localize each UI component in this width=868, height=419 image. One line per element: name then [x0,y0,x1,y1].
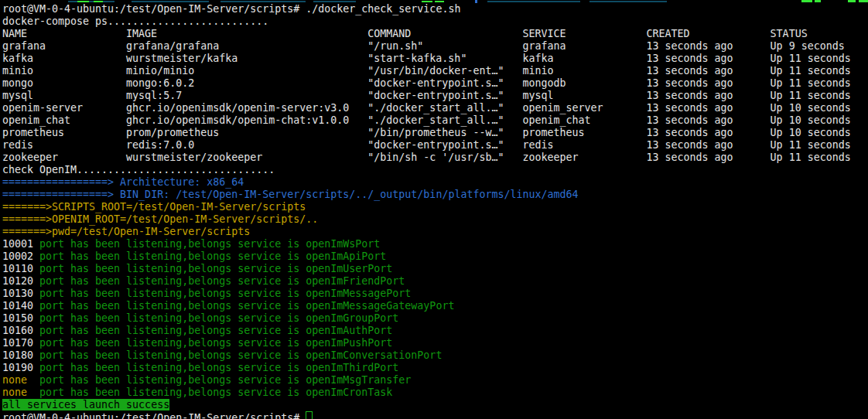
port-message: port has been listening,belongs service … [39,288,299,299]
terminal-cursor [306,411,313,419]
port-number: none [2,387,39,399]
container-created: 13 seconds ago [647,90,771,102]
terminal-screen[interactable]: root@VM-0-4-ubuntu:/test/Open-IM-Server/… [0,0,868,419]
container-created: 13 seconds ago [647,40,771,53]
port-check-line: 10130port has been listening,belongs ser… [2,288,868,300]
port-number: 10001 [2,238,39,250]
container-service: mongodb [522,77,646,90]
port-message: port has been listening,belongs service … [39,325,299,336]
port-number: 10130 [2,288,39,300]
port-check-line: 10110port has been listening,belongs ser… [2,263,868,275]
port-service-name: openImMessageGatewayPort [306,300,454,312]
table-row: miniominio/minio"/usr/bin/docker-ent…"mi… [2,65,868,77]
container-name: grafana [2,40,126,53]
container-status: Up 11 seconds [771,77,851,90]
port-check-line: 10180port has been listening,belongs ser… [2,349,868,362]
container-command: "/run.sh" [367,40,522,53]
container-name: kafka [2,53,126,65]
port-service-name: openImMessagePort [306,288,411,299]
header-status: STATUS [771,28,808,40]
port-check-line: 10160port has been listening,belongs ser… [2,325,868,337]
bindir-info-line: =================> BIN_DIR: /test/Open-I… [2,189,868,201]
table-row: prometheusprom/prometheus"/bin/prometheu… [2,127,868,139]
port-check-line: noneport has been listening,belongs serv… [2,387,868,399]
port-number: none [2,374,39,387]
shell-prompt: root@VM-0-4-ubuntu:/test/Open-IM-Server/… [2,412,299,419]
port-service-name: openImGroupPort [306,312,398,324]
container-service: openim_server [522,102,646,114]
executed-command: ./docker_check_service.sh [306,3,460,15]
container-image: ghcr.io/openimsdk/openim-chat:v1.0.0 [126,114,367,127]
port-service-name: openImConversationPort [306,349,442,361]
table-row: openim-serverghcr.io/openimsdk/openim-se… [2,102,868,114]
success-line: all services launch success [2,399,868,411]
header-name: NAME [2,28,126,40]
container-name: minio [2,65,126,77]
container-command: "/usr/bin/docker-ent…" [367,65,522,77]
port-service-name: openImFriendPort [306,275,405,287]
pwd-env-line: =======>pwd=/test/Open-IM-Server/scripts [2,226,868,238]
container-status: Up 11 seconds [771,65,851,77]
container-image: grafana/grafana [126,40,367,53]
port-message: port has been listening,belongs service … [39,312,299,324]
port-service-name: openImApiPort [306,250,386,262]
container-service: prometheus [522,127,646,139]
container-image: redis:7.0.0 [126,139,367,152]
header-service: SERVICE [522,28,646,40]
container-command: "/bin/sh -c '/usr/sb…" [367,152,522,164]
container-created: 13 seconds ago [647,152,771,164]
container-image: wurstmeister/zookeeper [126,152,367,164]
port-check-line: 10140port has been listening,belongs ser… [2,300,868,312]
port-service-name: openImMsgTransfer [306,374,411,386]
table-row: openim_chatghcr.io/openimsdk/openim-chat… [2,114,868,127]
port-message: port has been listening,belongs service … [39,300,299,312]
port-message: port has been listening,belongs service … [39,250,299,262]
container-command: "start-kafka.sh" [367,53,522,65]
container-service: mysql [522,90,646,102]
table-row: zookeeperwurstmeister/zookeeper"/bin/sh … [2,152,868,164]
port-check-line: 10190port has been listening,belongs ser… [2,362,868,374]
openim-root-env-line: =======>OPENIM_ROOT=/test/Open-IM-Server… [2,213,868,226]
port-number: 10180 [2,349,39,362]
container-image: ghcr.io/openimsdk/openim-server:v3.0 [126,102,367,114]
container-created: 13 seconds ago [647,139,771,152]
port-check-line: 10170port has been listening,belongs ser… [2,337,868,349]
container-name: zookeeper [2,152,126,164]
table-header-row: NAMEIMAGECOMMANDSERVICECREATEDSTATUS [2,28,868,40]
container-image: mysql:5.7 [126,90,367,102]
port-number: 10120 [2,275,39,288]
container-status: Up 9 seconds [771,40,845,53]
port-message: port has been listening,belongs service … [39,275,299,287]
scripts-root-env-line: =======>SCRIPTS_ROOT=/test/Open-IM-Serve… [2,201,868,213]
port-check-line: 10120port has been listening,belongs ser… [2,275,868,288]
shell-prompt: root@VM-0-4-ubuntu:/test/Open-IM-Server/… [2,3,299,15]
port-number: 10190 [2,362,39,374]
port-message: port has been listening,belongs service … [39,387,299,398]
container-status: Up 11 seconds [771,53,851,65]
port-number: 10110 [2,263,39,275]
container-created: 13 seconds ago [647,127,771,139]
container-name: prometheus [2,127,126,139]
container-name: openim_chat [2,114,126,127]
port-check-line: 10001port has been listening,belongs ser… [2,238,868,250]
docker-compose-status-line: docker-compose ps.......................… [2,15,868,28]
port-service-name: openImThirdPort [306,362,398,373]
container-name: mysql [2,90,126,102]
container-name: openim-server [2,102,126,114]
check-openim-line: check OpenIM............................… [2,164,868,176]
success-message: all services launch success [2,399,169,410]
container-created: 13 seconds ago [647,65,771,77]
port-check-line: 10150port has been listening,belongs ser… [2,312,868,325]
container-status: Up 11 seconds [771,152,851,164]
container-image: prom/prometheus [126,127,367,139]
port-message: port has been listening,belongs service … [39,349,299,361]
table-row: mysqlmysql:5.7"docker-entrypoint.s…"mysq… [2,90,868,102]
container-created: 13 seconds ago [647,53,771,65]
scrollback-remnant-line [0,0,868,3]
container-service: kafka [522,53,646,65]
port-service-name: openImWsPort [306,238,380,250]
container-status: Up 10 seconds [771,127,851,139]
port-number: 10002 [2,250,39,263]
container-command: "docker-entrypoint.s…" [367,90,522,102]
container-command: "./docker_start_all.…" [367,114,522,127]
